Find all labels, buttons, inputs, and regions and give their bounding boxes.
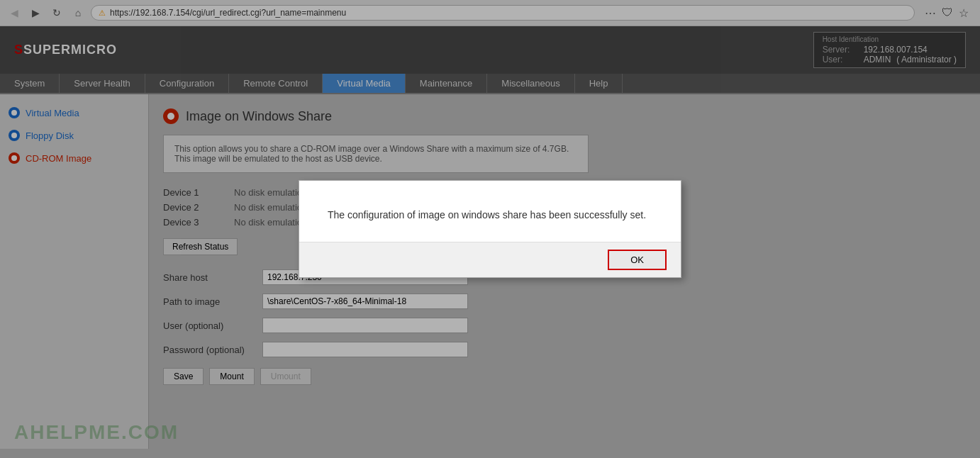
dialog-overlay: The configuration of image on windows sh… [0, 0, 980, 458]
dialog-ok-button[interactable]: OK [608, 250, 667, 270]
dialog-message: The configuration of image on windows sh… [328, 209, 646, 220]
dialog: The configuration of image on windows sh… [299, 180, 681, 278]
dialog-footer: OK [299, 242, 681, 277]
dialog-body: The configuration of image on windows sh… [299, 181, 681, 242]
